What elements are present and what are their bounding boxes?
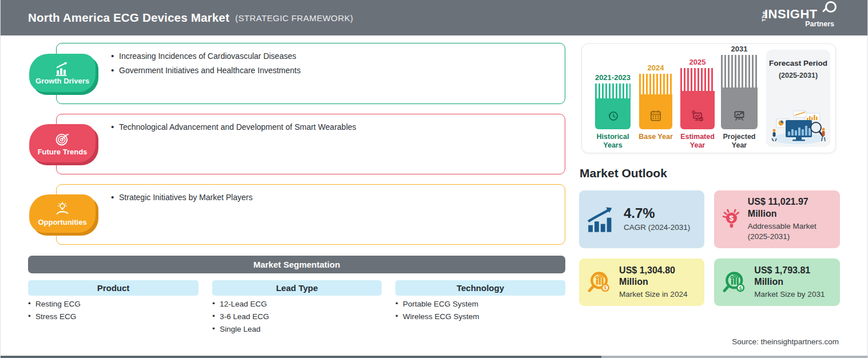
market-size-2031-value: US$ 1,793.81 Million [754,265,832,289]
page-title: North America ECG Devices Market [28,11,229,25]
cagr-label: CAGR (2024-2031) [624,222,690,233]
calendar-icon [648,109,663,124]
svg-text:$: $ [739,285,742,291]
opportunities-badge: Opportunities [29,194,96,233]
hand-bulb-icon [54,201,70,217]
timeline-panel: 2021-2023 2024 2025 2031 [581,43,836,153]
list-item: Resting ECG [28,300,81,308]
list-item: Strategic Initiatives by Market Players [111,193,553,202]
estimated-year-bar: $ [680,68,715,129]
year-label: 2031 [721,45,758,53]
bar-label: Base Year [637,133,675,141]
market-outlook-title: Market Outlook [580,166,667,180]
page-subtitle: (STRATEGIC FRAMEWORK) [235,13,353,23]
bar-label: Projected Year [719,133,760,150]
bottom-bar-right [601,356,867,358]
market-size-2024-card: $ US$ 1,304.80 Million Market Size in 20… [579,258,704,306]
opportunities-list: Strategic Initiatives by Market Players [57,185,565,202]
technology-items: Portable ECG System Wireless ECG System [395,300,479,325]
year-label: 2025 [680,58,715,66]
list-item: Wireless ECG System [395,312,479,321]
segmentation-column-product: Product [28,280,199,296]
addressable-market-card: $ US$ 11,021.97 Million Addressable Mark… [714,190,840,248]
stripe-pattern [721,55,758,87]
infographic-canvas: North America ECG Devices Market (STRATE… [0,0,868,358]
cagr-value: 4.7% [624,205,690,221]
growth-chart-icon [54,61,71,76]
source-text: Source: theinsightpartners.com [732,337,839,346]
base-year-bar [639,74,672,129]
bar-label: Estimated Year [676,133,719,150]
segmentation-column-lead-type: Lead Type [212,280,382,296]
bulb-dollar-icon: $ [722,205,741,234]
svg-text:$: $ [604,285,607,291]
market-segmentation-header: Market Segmentation [28,256,565,273]
cagr-growth-icon [587,205,617,234]
lead-type-items: 12-Lead ECG 3-6 Lead ECG Single Lead [212,300,269,337]
stripe-pattern [639,74,672,94]
opportunities-box: Strategic Initiatives by Market Players [56,184,565,245]
year-label: 2021-2023 [587,73,639,82]
forecast-period-card: Forecast Period (2025-2031) [766,50,830,147]
list-item: Single Lead [212,325,269,333]
magnifier-icon [825,1,837,13]
market-size-2024-value: US$ 1,304.80 Million [619,265,696,289]
list-item: 3-6 Lead ECG [212,312,269,321]
future-trends-box: Technological Advancement and Developmen… [56,114,565,174]
forecast-title: Forecast Period [766,59,830,69]
list-item: Government Initiatives and Healthcare In… [111,66,553,75]
logo-partners: Partners [805,20,834,28]
badge-label: Opportunities [38,218,86,226]
history-clock-icon [605,109,620,124]
market-size-2024-label: Market Size in 2024 [619,289,696,300]
growth-drivers-list: Increasing Incidences of Cardiovascular … [57,43,565,75]
analytics-illustration [768,109,828,144]
projected-year-bar [721,55,758,129]
future-trends-list: Technological Advancement and Developmen… [57,114,565,132]
growth-drivers-box: Increasing Incidences of Cardiovascular … [56,43,565,104]
svg-text:$: $ [730,214,734,222]
list-item: 12-Lead ECG [212,300,269,308]
market-size-2031-card: $ US$ 1,793.81 Million Market Size by 20… [714,258,840,306]
bar-label: Historical Years [591,133,635,150]
addressable-market-label: Addressable Market (2025-2031) [748,221,832,242]
target-dart-icon [54,131,70,147]
magnifier-chart-orange-icon: $ [587,268,612,297]
list-item: Portable ECG System [395,300,479,308]
year-label: 2024 [639,63,672,72]
badge-label: Growth Drivers [35,77,89,85]
future-trends-badge: Future Trends [29,124,96,162]
addressable-market-value: US$ 11,021.97 Million [748,196,832,220]
list-item: Technological Advancement and Developmen… [111,122,553,132]
projector-screen-icon [732,109,747,124]
segmentation-column-technology: Technology [395,280,565,296]
historical-years-bar [595,83,631,129]
insight-partners-logo: The INSIGHT Partners [760,5,835,30]
list-item: Increasing Incidences of Cardiovascular … [111,51,553,61]
stripe-pattern [595,83,631,98]
magnifier-chart-green-icon: $ [722,268,747,297]
cagr-card: 4.7% CAGR (2024-2031) [579,190,704,248]
svg-text:$: $ [700,118,702,121]
stripe-pattern [680,68,715,91]
estimate-monitor-icon: $ [690,109,705,124]
list-item: Stress ECG [28,312,81,321]
bottom-bar-left [1,356,601,358]
header-bar: North America ECG Devices Market (STRATE… [1,0,867,35]
badge-label: Future Trends [38,148,88,156]
market-size-2031-label: Market Size by 2031 [754,289,832,300]
product-items: Resting ECG Stress ECG [28,300,81,325]
growth-drivers-badge: Growth Drivers [29,54,96,92]
forecast-range: (2025-2031) [766,71,830,79]
